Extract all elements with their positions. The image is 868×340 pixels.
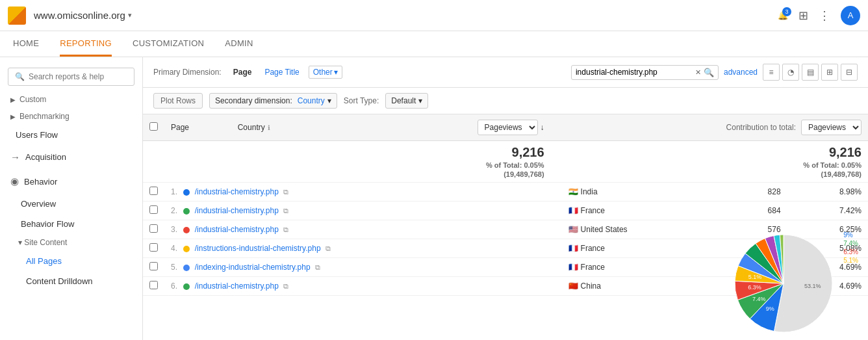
sidebar-item-behavior[interactable]: ◉ Behavior: [0, 169, 142, 194]
row-country-cell: 🇺🇸 United States: [562, 220, 727, 239]
tab-customization[interactable]: CUSTOMIZATION: [133, 31, 204, 57]
sidebar-label-benchmarking: Benchmarking: [19, 112, 70, 121]
sort-arrow: ▾: [418, 96, 422, 105]
row-page-cell: 3. /industrial-chemistry.php ⧉: [164, 220, 562, 239]
row-checkbox-cell[interactable]: [143, 277, 164, 296]
pageviews-metric-select[interactable]: Pageviews: [478, 120, 538, 135]
color-indicator: [183, 246, 190, 252]
data-view-icon[interactable]: ≡: [763, 64, 780, 81]
secondary-dim-label: Secondary dimension:: [215, 96, 292, 105]
sidebar-item-users-flow[interactable]: Users Flow: [0, 125, 142, 145]
row-checkbox-cell[interactable]: [143, 183, 164, 202]
external-link-icon[interactable]: ⧉: [283, 282, 288, 290]
page-link[interactable]: /indexing-industrial-chemistry.php: [195, 263, 311, 272]
row-checkbox[interactable]: [149, 281, 158, 289]
legend-3: 6.3%: [843, 248, 858, 255]
dim-other-btn[interactable]: Other ▾: [309, 66, 342, 79]
sidebar-item-all-pages[interactable]: All Pages: [0, 251, 142, 271]
tab-home[interactable]: HOME: [13, 31, 39, 57]
plot-rows-button[interactable]: Plot Rows: [153, 93, 203, 109]
contribution-select[interactable]: Pageviews: [801, 120, 862, 135]
country-name: China: [581, 281, 601, 291]
clear-filter-icon[interactable]: ✕: [695, 68, 701, 77]
sidebar-item-behavior-flow[interactable]: Behavior Flow: [0, 214, 142, 234]
notification-badge: 3: [782, 7, 791, 16]
tab-admin[interactable]: ADMIN: [225, 31, 253, 57]
page-link[interactable]: /industrial-chemistry.php: [195, 225, 279, 234]
select-all-checkbox[interactable]: [149, 122, 158, 131]
page-link[interactable]: /industrial-chemistry.php: [195, 281, 279, 291]
row-checkbox[interactable]: [149, 224, 158, 233]
filter-search-box[interactable]: ✕ 🔍: [571, 65, 719, 80]
svg-text:9%: 9%: [766, 306, 774, 312]
col-country-header[interactable]: Country ℹ: [231, 114, 329, 141]
site-selector[interactable]: www.omicsonline.org ▾: [34, 10, 132, 21]
table-row: 1. /industrial-chemistry.php ⧉ 🇮🇳 India …: [143, 183, 868, 202]
summary-contribution-cell: 9,216 % of Total: 0.05% (19,489,768): [551, 141, 868, 183]
col-pageviews-header: Contribution to total: Pageviews: [551, 114, 868, 141]
row-checkbox[interactable]: [149, 243, 158, 252]
row-num: 3.: [171, 225, 177, 234]
user-avatar[interactable]: A: [841, 6, 860, 25]
pie-chart-area: 53.1%9%7.4%6.3%5.1% 9% 7.4% 6.3% 5.1%: [725, 218, 855, 340]
search-filter-icon[interactable]: 🔍: [704, 68, 714, 77]
data-table: Page Country ℹ Pageviews: [143, 114, 868, 183]
notifications-bell[interactable]: 🔔 3: [778, 10, 788, 20]
country-name: India: [581, 187, 598, 196]
row-page-cell: 6. /industrial-chemistry.php ⧉: [164, 277, 562, 296]
row-checkbox-cell[interactable]: [143, 202, 164, 220]
sidebar-item-acquisition[interactable]: → Acquisition: [0, 145, 142, 169]
page-link[interactable]: /industrial-chemistry.php: [195, 187, 279, 196]
pie-view-icon[interactable]: ◔: [782, 64, 799, 81]
external-link-icon[interactable]: ⧉: [283, 226, 288, 233]
dim-page-title-btn[interactable]: Page Title: [261, 66, 303, 78]
row-contribution-cell: 7.42%: [787, 202, 868, 220]
pivot-view-icon[interactable]: ⊟: [841, 64, 858, 81]
sort-select[interactable]: Default ▾: [385, 93, 428, 109]
more-options-icon[interactable]: ⋮: [819, 8, 830, 23]
summary-total: 9,216: [335, 145, 544, 160]
top-bar: www.omicsonline.org ▾ 🔔 3 ⊞ ⋮ A: [0, 0, 868, 31]
sidebar-item-content-drilldown[interactable]: Content Drilldown: [0, 271, 142, 291]
advanced-link[interactable]: advanced: [724, 68, 758, 77]
col-checkbox[interactable]: [143, 114, 164, 141]
row-num: 5.: [171, 263, 177, 272]
row-checkbox[interactable]: [149, 205, 158, 214]
page-link[interactable]: /industrial-chemistry.php: [195, 206, 279, 215]
tab-reporting[interactable]: REPORTING: [60, 31, 112, 57]
row-checkbox-cell[interactable]: [143, 239, 164, 258]
external-link-icon[interactable]: ⧉: [315, 263, 320, 271]
contribution-label: Contribution to total:: [726, 123, 796, 132]
all-pages-label: All Pages: [26, 256, 62, 266]
pie-legend: 9% 7.4% 6.3% 5.1%: [843, 231, 858, 264]
row-checkbox[interactable]: [149, 187, 158, 195]
sidebar-item-site-content[interactable]: ▾ Site Content: [0, 234, 142, 251]
filter-input[interactable]: [576, 68, 693, 77]
row-checkbox-cell[interactable]: [143, 258, 164, 277]
col-page-header[interactable]: Page: [164, 114, 231, 141]
behavior-label: Behavior: [24, 177, 57, 187]
col-pageviews-select-header[interactable]: Pageviews ↓: [328, 114, 550, 141]
page-link[interactable]: /instructions-industrial-chemistry.php: [195, 244, 321, 253]
secondary-dim-select[interactable]: Secondary dimension: Country ▾: [209, 93, 337, 109]
row-num: 4.: [171, 244, 177, 253]
apps-grid-icon[interactable]: ⊞: [798, 8, 808, 23]
external-link-icon[interactable]: ⧉: [326, 244, 331, 252]
compare-view-icon[interactable]: ⊞: [821, 64, 838, 81]
search-input[interactable]: [29, 72, 127, 81]
sidebar-item-benchmarking[interactable]: ▶ Benchmarking: [0, 108, 142, 125]
row-checkbox[interactable]: [149, 262, 158, 270]
dim-page-btn[interactable]: Page: [229, 66, 256, 78]
color-indicator: [183, 283, 190, 290]
search-bar[interactable]: 🔍: [8, 68, 134, 86]
bar-view-icon[interactable]: ▤: [802, 64, 819, 81]
row-country-cell: 🇨🇳 China: [562, 277, 727, 296]
search-icon: 🔍: [15, 72, 25, 81]
external-link-icon[interactable]: ⧉: [283, 188, 288, 196]
sidebar-item-overview[interactable]: Overview: [0, 194, 142, 214]
row-checkbox-cell[interactable]: [143, 220, 164, 239]
secondary-dim-toolbar: Plot Rows Secondary dimension: Country ▾…: [143, 88, 868, 114]
sidebar-item-custom[interactable]: ▶ Custom: [0, 91, 142, 108]
external-link-icon[interactable]: ⧉: [283, 207, 288, 215]
sort-desc-arrow[interactable]: ↓: [541, 123, 544, 132]
